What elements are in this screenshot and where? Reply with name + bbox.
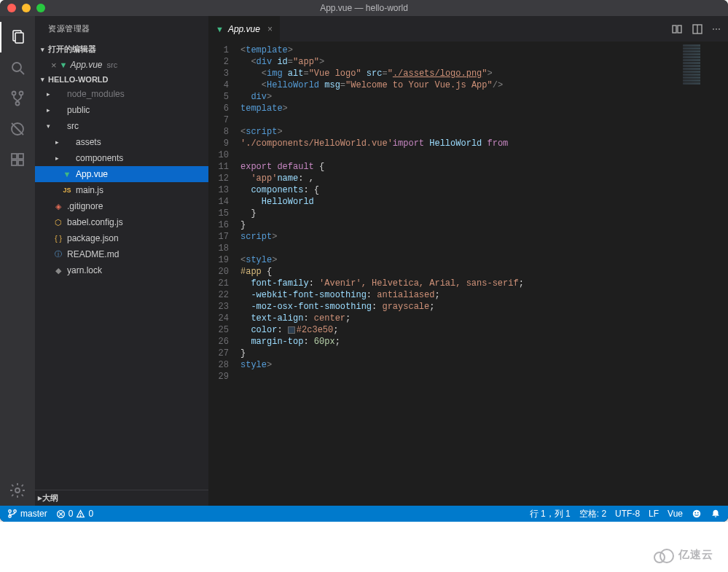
chevron-right-icon: ▸ [52,138,61,146]
project-header[interactable]: ▾ HELLO-WORLD [35,73,208,86]
vue-file-icon: ▼ [216,25,224,34]
lock-file-icon: ◆ [52,266,64,275]
svg-point-26 [693,510,701,518]
chevron-down-icon: ▾ [44,122,52,130]
vscode-window: App.vue — hello-world 资源管理 [0,0,728,522]
minimap[interactable] [683,44,727,85]
chevron-down-icon: ▾ [38,46,47,53]
code-content[interactable]: <template> <div id="app"> <img alt="Vue … [240,42,728,506]
svg-point-5 [20,92,23,95]
vue-file-icon: ▼ [60,60,68,69]
svg-point-19 [14,510,17,513]
chevron-right-icon: ▸ [44,106,52,114]
outline-header[interactable]: ▸ 大纲 [35,490,208,506]
source-control-icon[interactable] [0,83,35,114]
tree-item-label: public [64,105,90,115]
close-icon[interactable]: × [267,24,273,34]
tree-item-yarn-lock[interactable]: ◆yarn.lock [35,262,208,278]
statusbar: master 0 0 行 1，列 1 空格: 2 UTF-8 LF Vue [0,506,728,522]
babel-file-icon: ⬡ [52,218,64,227]
gear-icon[interactable] [0,475,35,506]
git-file-icon: ◈ [52,202,64,211]
tree-item--gitignore[interactable]: ◈.gitignore [35,198,208,214]
traffic-lights [0,4,45,12]
tree-item-label: App.vue [73,169,108,179]
tree-item-label: babel.config.js [64,217,123,227]
open-editor-item[interactable]: × ▼ App.vue src [35,57,208,73]
tab-app-vue[interactable]: ▼ App.vue × [208,16,281,42]
svg-line-3 [20,71,24,74]
cursor-position[interactable]: 行 1，列 1 [530,508,571,520]
open-editor-filename: App.vue [70,60,102,70]
md-file-icon: ⓘ [52,249,64,259]
tree-item-label: package.json [64,233,119,243]
svg-rect-14 [673,26,676,33]
svg-rect-12 [18,160,23,165]
maximize-window-icon[interactable] [36,4,45,12]
svg-point-27 [694,512,696,514]
svg-point-25 [80,515,81,516]
window-title: App.vue — hello-world [320,3,408,13]
tree-item-README-md[interactable]: ⓘREADME.md [35,246,208,262]
tree-item-App-vue[interactable]: ▼App.vue [35,166,208,182]
chevron-right-icon: ▸ [44,90,52,98]
tabs-bar: ▼ App.vue × ⋯ [208,16,728,42]
more-icon[interactable]: ⋯ [712,24,721,34]
feedback-icon[interactable] [692,509,702,519]
open-editors-header[interactable]: ▾ 打开的编辑器 [35,42,208,57]
tree-item-assets[interactable]: ▸assets [35,134,208,150]
close-window-icon[interactable] [7,4,16,12]
svg-rect-15 [678,26,681,33]
tree-item-package-json[interactable]: { }package.json [35,230,208,246]
tree-item-babel-config-js[interactable]: ⬡babel.config.js [35,214,208,230]
svg-point-4 [12,92,16,95]
tree-item-label: main.js [73,185,103,195]
tree-item-label: assets [73,137,101,147]
tree-item-label: .gitignore [64,201,103,211]
svg-point-2 [12,63,21,71]
json-file-icon: { } [52,235,64,243]
tree-item-label: yarn.lock [64,265,102,275]
close-icon[interactable]: × [51,60,57,71]
eol[interactable]: LF [649,509,659,519]
chevron-right-icon: ▸ [52,154,61,162]
titlebar[interactable]: App.vue — hello-world [0,0,728,16]
tree-item-label: node_modules [64,89,125,99]
open-editor-dir: src [107,60,118,69]
search-icon[interactable] [0,52,35,83]
minimize-window-icon[interactable] [22,4,31,12]
chevron-down-icon: ▾ [38,76,47,83]
language-mode[interactable]: Vue [668,509,683,519]
activity-bar [0,16,35,506]
problems-status[interactable]: 0 0 [56,509,93,519]
code-area[interactable]: 1234567891011121314151617181920212223242… [208,42,728,506]
svg-rect-10 [18,154,23,159]
svg-point-28 [697,512,699,514]
tree-item-main-js[interactable]: JSmain.js [35,182,208,198]
tree-item-src[interactable]: ▾src [35,118,208,134]
explorer-icon[interactable] [0,22,35,52]
notifications-icon[interactable] [711,509,721,519]
svg-point-13 [15,488,20,493]
git-branch[interactable]: master [7,509,47,519]
extensions-icon[interactable] [0,144,35,175]
split-editor-icon[interactable] [692,23,703,35]
sidebar-title: 资源管理器 [35,16,208,42]
debug-icon[interactable] [0,114,35,144]
indentation[interactable]: 空格: 2 [579,508,606,520]
svg-rect-11 [12,160,17,165]
tree-item-public[interactable]: ▸public [35,102,208,118]
svg-rect-9 [12,154,17,159]
tree-item-node_modules[interactable]: ▸node_modules [35,86,208,102]
tree-item-label: README.md [64,249,119,259]
editor: ▼ App.vue × ⋯ 12345678910111213141516171… [208,16,728,506]
sidebar: 资源管理器 ▾ 打开的编辑器 × ▼ App.vue src ▾ HELLO-W… [35,16,208,506]
line-gutter: 1234567891011121314151617181920212223242… [208,42,240,506]
file-tree: ▸node_modules▸public▾src▸assets▸componen… [35,86,208,490]
svg-point-6 [16,102,20,106]
tab-actions: ⋯ [671,16,728,42]
svg-point-18 [9,510,12,513]
tree-item-components[interactable]: ▸components [35,150,208,166]
encoding[interactable]: UTF-8 [615,509,640,519]
compare-icon[interactable] [671,23,683,35]
